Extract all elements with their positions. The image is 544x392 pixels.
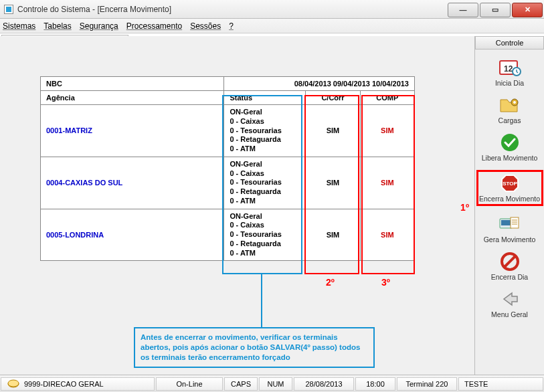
- col-comp: COMP: [360, 91, 414, 105]
- status-cell: ON-Geral0 - Caixas0 - Tesourarias0 - Ret…: [224, 157, 306, 209]
- folder-gear-icon: [498, 95, 522, 115]
- check-circle-icon: [498, 132, 522, 153]
- ccorr-cell[interactable]: SIM: [306, 157, 360, 209]
- ccorr-cell[interactable]: SIM: [306, 105, 360, 157]
- col-ccorr: C/Corr: [306, 91, 360, 105]
- agency-link[interactable]: 0004-CAXIAS DO SUL: [46, 179, 122, 187]
- agency-link[interactable]: 0005-LONDRINA: [46, 231, 104, 239]
- menu-tabelas[interactable]: Tabelas: [43, 21, 71, 31]
- close-button[interactable]: ✕: [512, 3, 543, 17]
- status-caps: CAPS: [224, 377, 258, 391]
- header-dates: 08/04/2013 09/04/2013 10/04/2013: [224, 77, 415, 91]
- table-row: 0001-MATRIZON-Geral0 - Caixas0 - Tesoura…: [41, 105, 415, 157]
- sidebar-item-label: Encerra Dia: [491, 273, 528, 281]
- status-date: 28/08/2013: [294, 377, 354, 391]
- header-nbc: NBC: [41, 77, 224, 91]
- comp-cell[interactable]: SIM: [360, 209, 414, 261]
- status-user: TESTE: [458, 377, 543, 391]
- status-num: NUM: [259, 377, 292, 391]
- svg-point-13: [513, 101, 516, 104]
- svg-rect-18: [501, 220, 511, 225]
- status-cell: ON-Geral0 - Caixas0 - Tesourarias0 - Ret…: [224, 209, 306, 261]
- status-cell: ON-Geral0 - Caixas0 - Tesourarias0 - Ret…: [224, 105, 306, 157]
- sidebar-item-gera-movimento[interactable]: Gera Movimento: [479, 214, 541, 243]
- col-status: Status: [224, 91, 306, 105]
- svg-point-14: [501, 134, 519, 151]
- svg-point-22: [8, 380, 19, 387]
- sidebar-item-cargas[interactable]: Cargas: [479, 95, 541, 124]
- svg-rect-19: [511, 217, 519, 228]
- hint-box: Antes de encerrar o movimento, verificar…: [134, 327, 375, 368]
- sidebar-item-label: Libera Movimento: [482, 154, 537, 162]
- sidebar-item-menu-geral[interactable]: Menu Geral: [479, 289, 541, 318]
- maximize-button[interactable]: ▭: [480, 3, 511, 17]
- step1-label: 1º: [460, 202, 469, 213]
- ccorr-cell[interactable]: SIM: [306, 209, 360, 261]
- comp-cell[interactable]: SIM: [360, 157, 414, 209]
- app-icon: [4, 5, 13, 14]
- title-bar: Controle do Sistema - [Encerra Movimento…: [0, 0, 544, 19]
- step3-label: 3º: [381, 277, 390, 288]
- sidebar-item-label: Menu Geral: [491, 310, 528, 318]
- status-terminal: Terminal 220: [397, 377, 457, 391]
- stop-icon: STOP: [498, 173, 522, 193]
- svg-text:12: 12: [504, 64, 513, 74]
- menu-sessoes[interactable]: Sessões: [190, 21, 221, 31]
- menu-sistemas[interactable]: Sistemas: [3, 21, 35, 31]
- sidebar-item-label: Encerra Movimento: [479, 195, 540, 203]
- content-area: NBC 08/04/2013 09/04/2013 10/04/2013 Agê…: [0, 36, 474, 375]
- agency-link[interactable]: 0001-MATRIZ: [46, 126, 92, 134]
- movement-table: NBC 08/04/2013 09/04/2013 10/04/2013 Agê…: [40, 76, 415, 261]
- back-arrow-icon: [498, 289, 522, 309]
- step2-label: 2º: [326, 277, 335, 288]
- status-online: On-Line: [156, 377, 223, 391]
- menu-seguranca[interactable]: Segurança: [80, 21, 118, 31]
- svg-text:STOP: STOP: [503, 181, 517, 187]
- sidebar-item-inicia-dia[interactable]: 12 Inicia Dia: [479, 58, 541, 87]
- menu-help[interactable]: ?: [229, 21, 234, 31]
- status-branch: 9999-DIRECAO GERAL: [1, 377, 155, 391]
- comp-cell[interactable]: SIM: [360, 105, 414, 157]
- sidebar-item-encerra-dia[interactable]: Encerra Dia: [479, 252, 541, 281]
- sidebar-item-label: Cargas: [498, 116, 521, 124]
- minimize-button[interactable]: —: [448, 3, 478, 17]
- menu-bar: Sistemas Tabelas Segurança Processamento…: [0, 19, 544, 33]
- coin-icon: [7, 379, 20, 389]
- sidebar-item-label: Inicia Dia: [495, 79, 524, 87]
- sidebar-item-libera-movimento[interactable]: Libera Movimento: [479, 132, 541, 162]
- sidebar-header: Controle: [475, 36, 544, 50]
- col-agencia: Agência: [41, 91, 224, 105]
- status-bar: 9999-DIRECAO GERAL On-Line CAPS NUM 28/0…: [0, 375, 544, 392]
- sidebar-item-label: Gera Movimento: [484, 235, 536, 243]
- menu-processamento[interactable]: Processamento: [126, 21, 182, 31]
- window-title: Controle do Sistema - [Encerra Movimento…: [17, 5, 171, 14]
- computer-doc-icon: [498, 214, 522, 234]
- hint-connector-line: [261, 274, 262, 330]
- calendar-clock-icon: 12: [498, 58, 522, 78]
- table-row: 0004-CAXIAS DO SULON-Geral0 - Caixas0 - …: [41, 157, 415, 209]
- table-row: 0005-LONDRINAON-Geral0 - Caixas0 - Tesou…: [41, 209, 415, 261]
- sidebar-item-encerra-movimento[interactable]: STOP Encerra Movimento: [476, 170, 543, 206]
- status-time: 18:00: [355, 377, 395, 391]
- no-entry-icon: [498, 252, 522, 272]
- sidebar: Controle 12 Inicia Dia Cargas Libera Mov…: [474, 36, 544, 375]
